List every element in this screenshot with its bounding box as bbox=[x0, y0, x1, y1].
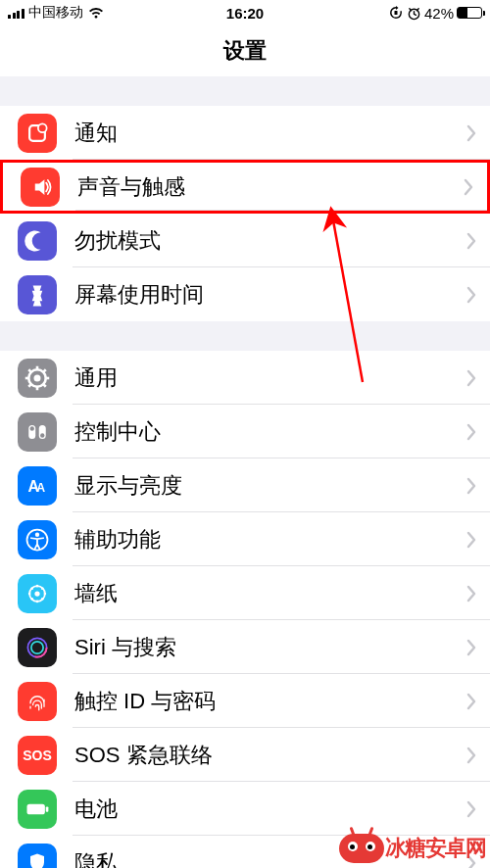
svg-point-27 bbox=[28, 592, 31, 595]
row-wallpaper[interactable]: 墙纸 bbox=[0, 566, 490, 620]
row-screentime[interactable]: 屏幕使用时间 bbox=[0, 267, 490, 321]
status-bar: 中国移动 16:20 42% bbox=[0, 0, 490, 25]
battery-row-icon bbox=[18, 790, 57, 829]
screentime-icon bbox=[18, 275, 57, 314]
svg-rect-0 bbox=[394, 11, 397, 15]
svg-text:SOS: SOS bbox=[23, 747, 52, 763]
row-label: 通知 bbox=[74, 119, 466, 148]
chevron-right-icon bbox=[464, 178, 473, 196]
chevron-right-icon bbox=[466, 232, 476, 250]
chevron-right-icon bbox=[466, 124, 476, 142]
svg-line-13 bbox=[43, 369, 46, 372]
svg-rect-36 bbox=[27, 803, 45, 814]
svg-line-10 bbox=[28, 369, 31, 372]
svg-text:A: A bbox=[36, 481, 45, 495]
page-title: 设置 bbox=[0, 25, 490, 76]
svg-point-31 bbox=[30, 587, 33, 590]
row-accessibility[interactable]: 辅助功能 bbox=[0, 512, 490, 566]
battery-percent: 42% bbox=[424, 5, 454, 22]
row-label: Siri 与搜索 bbox=[74, 633, 466, 662]
clock: 16:20 bbox=[226, 5, 264, 22]
svg-point-25 bbox=[44, 592, 47, 595]
row-display[interactable]: AA 显示与亮度 bbox=[0, 458, 490, 512]
settings-group-2: 通用 控制中心 AA 显示与亮度 辅助功能 墙纸 Siri 与搜索 bbox=[0, 351, 490, 868]
watermark: 冰糖安卓网 bbox=[339, 834, 486, 863]
chevron-right-icon bbox=[466, 693, 476, 710]
row-label: 屏幕使用时间 bbox=[74, 280, 466, 310]
svg-point-17 bbox=[40, 433, 44, 437]
wifi-icon bbox=[87, 6, 105, 20]
chevron-right-icon bbox=[466, 477, 476, 495]
dnd-icon bbox=[18, 221, 57, 261]
row-label: 显示与亮度 bbox=[74, 471, 466, 501]
carrier-label: 中国移动 bbox=[28, 4, 83, 22]
svg-rect-37 bbox=[46, 806, 49, 811]
row-notifications[interactable]: 通知 bbox=[0, 106, 490, 160]
row-label: 通用 bbox=[74, 363, 466, 393]
privacy-icon bbox=[18, 844, 57, 869]
sounds-icon bbox=[21, 168, 60, 207]
row-siri[interactable]: Siri 与搜索 bbox=[0, 620, 490, 674]
chevron-right-icon bbox=[466, 423, 476, 441]
row-label: 墙纸 bbox=[74, 579, 466, 608]
chevron-right-icon bbox=[466, 531, 476, 549]
rotation-lock-icon bbox=[388, 5, 404, 21]
row-sos[interactable]: SOS SOS 紧急联络 bbox=[0, 728, 490, 782]
svg-point-26 bbox=[36, 600, 39, 603]
svg-point-5 bbox=[34, 374, 41, 381]
watermark-text: 冰糖安卓网 bbox=[385, 834, 486, 863]
chevron-right-icon bbox=[466, 369, 476, 387]
row-label: 勿扰模式 bbox=[74, 226, 466, 256]
svg-point-29 bbox=[41, 597, 44, 600]
row-label: 声音与触感 bbox=[77, 172, 464, 202]
siri-icon bbox=[18, 628, 57, 667]
svg-point-15 bbox=[30, 426, 34, 430]
svg-point-24 bbox=[36, 584, 39, 587]
svg-point-28 bbox=[41, 587, 44, 590]
wallpaper-icon bbox=[18, 574, 57, 613]
accessibility-icon bbox=[18, 520, 57, 559]
row-label: 控制中心 bbox=[74, 417, 466, 447]
row-sounds[interactable]: 声音与触感 bbox=[0, 160, 490, 214]
signal-icon bbox=[8, 7, 24, 19]
svg-line-11 bbox=[43, 383, 46, 386]
chevron-right-icon bbox=[466, 747, 476, 764]
display-icon: AA bbox=[18, 466, 57, 506]
fingerprint-icon bbox=[18, 682, 57, 721]
status-left: 中国移动 bbox=[8, 4, 105, 22]
gear-icon bbox=[18, 359, 57, 398]
row-label: SOS 紧急联络 bbox=[74, 741, 466, 770]
svg-line-12 bbox=[28, 383, 31, 386]
row-dnd[interactable]: 勿扰模式 bbox=[0, 214, 490, 267]
chevron-right-icon bbox=[466, 585, 476, 603]
status-right: 42% bbox=[388, 5, 482, 22]
alarm-icon bbox=[407, 6, 421, 21]
chevron-right-icon bbox=[466, 286, 476, 304]
svg-point-30 bbox=[30, 597, 33, 600]
sos-icon: SOS bbox=[18, 736, 57, 775]
settings-group-1: 通知 声音与触感 勿扰模式 屏幕使用时间 bbox=[0, 106, 490, 321]
row-label: 辅助功能 bbox=[74, 525, 466, 555]
controlcenter-icon bbox=[18, 412, 57, 452]
row-label: 触控 ID 与密码 bbox=[74, 687, 466, 716]
watermark-logo-icon bbox=[339, 834, 384, 863]
svg-point-21 bbox=[35, 532, 39, 536]
row-controlcenter[interactable]: 控制中心 bbox=[0, 405, 490, 458]
row-label: 电池 bbox=[74, 795, 466, 824]
row-general[interactable]: 通用 bbox=[0, 351, 490, 405]
chevron-right-icon bbox=[466, 800, 476, 818]
svg-point-34 bbox=[31, 641, 43, 652]
chevron-right-icon bbox=[466, 639, 476, 656]
svg-point-23 bbox=[34, 591, 39, 596]
row-touchid[interactable]: 触控 ID 与密码 bbox=[0, 674, 490, 728]
battery-icon bbox=[457, 7, 482, 19]
svg-point-3 bbox=[38, 123, 47, 132]
notifications-icon bbox=[18, 114, 57, 153]
row-battery[interactable]: 电池 bbox=[0, 782, 490, 836]
